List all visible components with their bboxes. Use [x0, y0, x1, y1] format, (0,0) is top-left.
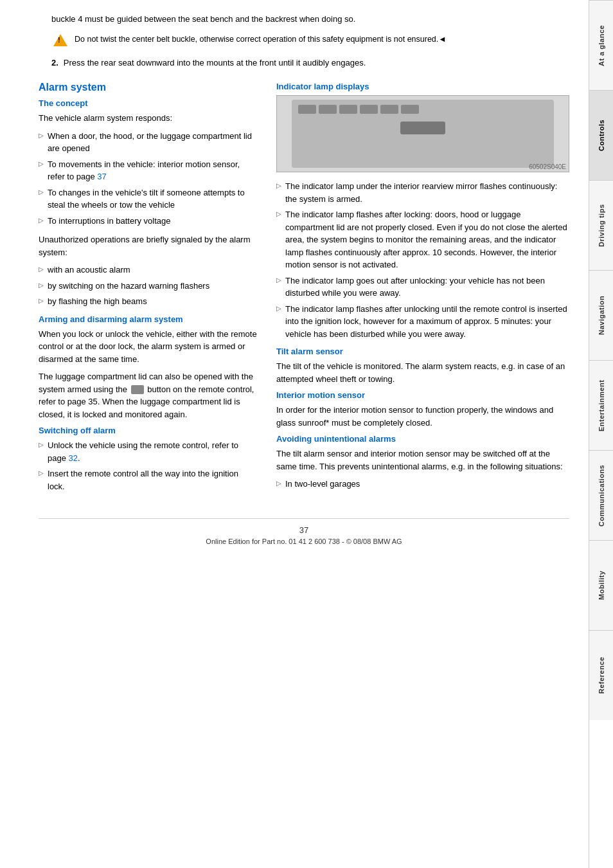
concept-subtitle: The concept	[39, 98, 257, 108]
indicator-image-inner	[292, 100, 555, 168]
bullet-arrow-icon: ▷	[39, 440, 44, 449]
indicator-bullet-2: ▷ The indicator lamp flashes after locki…	[276, 208, 569, 271]
alarm-system-title: Alarm system	[39, 82, 257, 93]
concept-bullet-3: ▷ To changes in the vehicle's tilt if so…	[39, 186, 257, 212]
avoiding-alarms-subtitle: Avoiding unintentional alarms	[276, 434, 569, 444]
sidebar-tab-navigation[interactable]: Navigation	[589, 270, 613, 360]
bullet-arrow-icon: ▷	[276, 275, 281, 285]
panel-row	[292, 100, 555, 116]
bullet-arrow-icon: ▷	[39, 215, 44, 225]
indicator-bullets: ▷ The indicator lamp under the interior …	[276, 180, 569, 340]
panel-seg-5	[380, 105, 398, 114]
bullet-arrow-icon: ▷	[39, 159, 44, 168]
switching-off-bullet-1: ▷ Unlock the vehicle using the remote co…	[39, 439, 257, 464]
tilt-alarm-text: The tilt of the vehicle is monitored. Th…	[276, 360, 569, 385]
switching-off-subtitle: Switching off alarm	[39, 426, 257, 435]
bullet-arrow-icon: ▷	[39, 296, 44, 305]
sidebar-tab-reference[interactable]: Reference	[589, 630, 613, 720]
top-section: buckle 4 must be guided between the seat…	[39, 13, 569, 69]
indicator-bullet-1: ▷ The indicator lamp under the interior …	[276, 180, 569, 205]
signal-bullet-1: ▷ with an acoustic alarm	[39, 264, 257, 276]
arming-para1: When you lock or unlock the vehicle, eit…	[39, 328, 257, 366]
page-ref-37[interactable]: 37	[97, 172, 106, 181]
indicator-bullet-3: ▷ The indicator lamp goes out after unlo…	[276, 275, 569, 300]
bullet-arrow-icon: ▷	[276, 181, 281, 190]
panel-seg-2	[319, 105, 337, 114]
sidebar-tab-communications[interactable]: Communications	[589, 450, 613, 540]
panel-seg-1	[298, 105, 316, 114]
concept-bullet-1: ▷ When a door, the hood, or the luggage …	[39, 130, 257, 155]
interior-motion-subtitle: Interior motion sensor	[276, 390, 569, 400]
two-col-layout: Alarm system The concept The vehicle ala…	[39, 82, 569, 499]
sidebar-tab-at-a-glance[interactable]: At a glance	[589, 0, 613, 90]
panel-seg-3	[339, 105, 357, 114]
interior-motion-text: In order for the interior motion sensor …	[276, 404, 569, 429]
warning-box: Do not twist the center belt buckle, oth…	[51, 31, 569, 50]
bullet-arrow-icon: ▷	[276, 209, 281, 219]
footer-text: Online Edition for Part no. 01 41 2 600 …	[39, 538, 569, 545]
signal-bullet-2: ▷ by switching on the hazard warning fla…	[39, 280, 257, 293]
indicator-lamp-title: Indicator lamp displays	[276, 82, 569, 91]
image-caption: 60502S040E	[529, 163, 566, 170]
remote-button-icon	[131, 385, 144, 394]
right-column: Indicator lamp displays	[276, 82, 569, 499]
concept-intro: The vehicle alarm system responds:	[39, 112, 257, 125]
concept-bullets: ▷ When a door, the hood, or the luggage …	[39, 130, 257, 228]
panel-bottom	[400, 122, 445, 134]
sidebar-tab-mobility[interactable]: Mobility	[589, 540, 613, 630]
sidebar-tab-entertainment[interactable]: Entertainment	[589, 360, 613, 450]
sidebar-tab-controls[interactable]: Controls	[589, 90, 613, 180]
avoiding-alarms-bullets: ▷ In two-level garages	[276, 478, 569, 491]
main-content: buckle 4 must be guided between the seat…	[0, 0, 589, 868]
warning-text: Do not twist the center belt buckle, oth…	[75, 33, 447, 46]
page-footer: 37 Online Edition for Part no. 01 41 2 6…	[39, 518, 569, 545]
bullet-arrow-icon: ▷	[276, 478, 281, 488]
step-2: 2. Press the rear seat downward into the…	[51, 57, 569, 69]
panel-seg-6	[401, 105, 419, 114]
unauthorized-intro: Unauthorized operations are briefly sign…	[39, 233, 257, 258]
page-number: 37	[39, 525, 569, 535]
indicator-image: 60502S040E	[276, 95, 569, 172]
left-column: Alarm system The concept The vehicle ala…	[39, 82, 257, 499]
bullet-arrow-icon: ▷	[276, 303, 281, 313]
page-wrapper: buckle 4 must be guided between the seat…	[0, 0, 613, 868]
switching-off-bullets: ▷ Unlock the vehicle using the remote co…	[39, 439, 257, 493]
buckle-text: buckle 4 must be guided between the seat…	[51, 13, 569, 26]
top-numbered-list: 2. Press the rear seat downward into the…	[51, 57, 569, 69]
switching-off-bullet-2: ▷ Insert the remote control all the way …	[39, 467, 257, 493]
panel-seg-4	[360, 105, 378, 114]
warning-icon	[51, 33, 69, 48]
tilt-alarm-subtitle: Tilt alarm sensor	[276, 347, 569, 356]
concept-bullet-2: ▷ To movements in the vehicle: interior …	[39, 158, 257, 183]
arming-para2: The luggage compartment lid can also be …	[39, 370, 257, 420]
bullet-arrow-icon: ▷	[39, 280, 44, 290]
bullet-arrow-icon: ▷	[39, 468, 44, 478]
bullet-arrow-icon: ▷	[39, 264, 44, 274]
arming-subtitle: Arming and disarming alarm system	[39, 314, 257, 324]
avoiding-alarms-para: The tilt alarm sensor and interior motio…	[276, 448, 569, 473]
bullet-arrow-icon: ▷	[39, 187, 44, 197]
bullet-arrow-icon: ▷	[39, 131, 44, 140]
avoiding-bullet-1: ▷ In two-level garages	[276, 478, 569, 491]
concept-bullet-4: ▷ To interruptions in battery voltage	[39, 215, 257, 228]
indicator-bullet-4: ▷ The indicator lamp flashes after unloc…	[276, 303, 569, 341]
signal-bullet-3: ▷ by flashing the high beams	[39, 295, 257, 308]
sidebar-tab-driving-tips[interactable]: Driving tips	[589, 180, 613, 270]
page-ref-32[interactable]: 32	[69, 453, 78, 463]
sidebar: At a glance Controls Driving tips Naviga…	[589, 0, 613, 868]
warning-triangle-icon	[53, 34, 67, 46]
signal-bullets: ▷ with an acoustic alarm ▷ by switching …	[39, 264, 257, 308]
